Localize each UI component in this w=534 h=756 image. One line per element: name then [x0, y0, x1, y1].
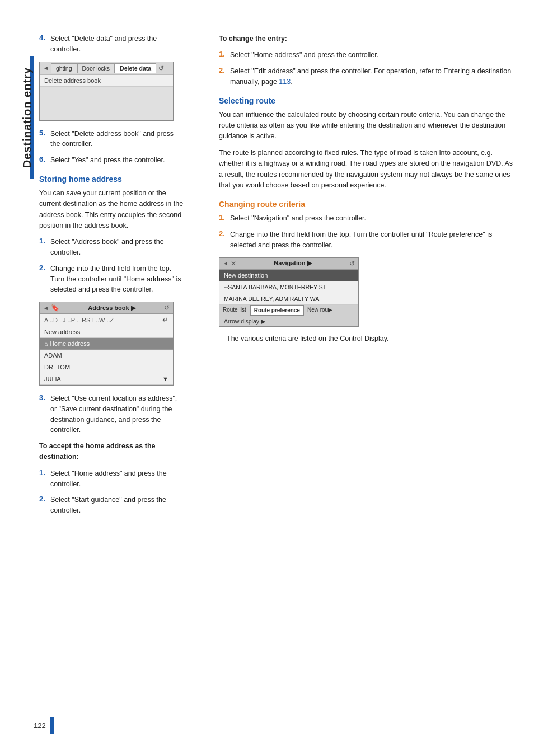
change-step-2: 2. Select "Edit address" and press the c… — [219, 66, 517, 87]
nav-route-1: ••SANTA BARBARA, MONTERREY ST — [219, 281, 358, 293]
storing-heading: Storing home address — [39, 175, 185, 184]
left-column: 4. Select "Delete data" and press the co… — [39, 34, 196, 734]
home-address-row[interactable]: ⌂ Home address — [40, 338, 173, 350]
changing-step-1-number: 1. — [219, 213, 227, 224]
nav-new-destination[interactable]: New destination — [219, 270, 358, 281]
sidebar-label: Destination entry — [18, 67, 34, 168]
address-book-header: ◄ 🔖 Address book ▶ ↺ — [40, 302, 173, 314]
main-content: 4. Select "Delete data" and press the co… — [34, 0, 534, 756]
ui-mock-navigation: ◄ ✕ Navigation ▶ ↺ New destination ••SAN… — [219, 257, 359, 327]
enter-icon: ↵ — [162, 316, 168, 324]
julia-row[interactable]: JULIA ▼ — [40, 373, 173, 385]
storing-step-1: 1. Select "Address book" and press the c… — [39, 237, 185, 258]
tab-door-locks[interactable]: Door locks — [77, 63, 115, 73]
step-6-number: 6. — [39, 155, 47, 166]
delete-refresh-icon[interactable]: ↺ — [158, 64, 164, 72]
accept-step-1: 1. Select "Home address" and press the c… — [39, 468, 185, 490]
step-5-number: 5. — [39, 129, 47, 150]
tab-ghting[interactable]: ghting — [51, 63, 77, 73]
storing-step-2-text: Change into the third field from the top… — [50, 264, 185, 295]
address-arrow-left: ◄ — [43, 305, 49, 311]
change-step-2-number: 2. — [219, 66, 227, 87]
alphabet-row: A ..D ..J ..P ...RST ..W ..Z ↵ — [40, 314, 173, 326]
julia-scroll: ▼ — [162, 375, 168, 382]
delete-arrow-left: ◄ — [43, 65, 49, 71]
storing-step-2-number: 2. — [39, 264, 47, 295]
step-4-number: 4. — [39, 34, 47, 55]
page-container: Destination entry 4. Select "Delete data… — [0, 0, 534, 756]
nav-route-1-text: SANTA BARBARA, MONTERREY ST — [228, 284, 326, 290]
ui-mock-delete: ◄ ghting Door locks Delete data ↺ Delete… — [39, 62, 174, 121]
storing-step-3: 3. Select "Use current location as addre… — [39, 393, 185, 435]
selecting-route-heading: Selecting route — [219, 96, 517, 105]
step-6: 6. Select "Yes" and press the controller… — [39, 155, 185, 166]
sidebar: Destination entry — [0, 0, 34, 756]
nav-tab-new-route[interactable]: New rou▶ — [304, 305, 336, 316]
nav-title: Navigation ▶ — [238, 260, 347, 267]
accept-step-2: 2. Select "Start guidance" and press the… — [39, 495, 185, 516]
nav-arrow-display[interactable]: Arrow display ▶ — [219, 316, 358, 326]
step-4-text: Select "Delete data" and press the contr… — [50, 34, 185, 55]
selecting-route-text2: The route is planned according to fixed … — [219, 148, 517, 191]
changing-step-2-number: 2. — [219, 229, 227, 251]
step-5-text: Select "Delete address book" and press t… — [50, 129, 185, 150]
nav-header: ◄ ✕ Navigation ▶ ↺ — [219, 258, 358, 270]
nav-refresh-icon[interactable]: ↺ — [349, 260, 355, 267]
changing-step-2: 2. Change into the third field from the … — [219, 229, 517, 251]
delete-tab-strip: ghting Door locks Delete data — [51, 63, 156, 73]
accept-step-1-number: 1. — [39, 468, 47, 490]
delete-address-book-row[interactable]: Delete address book — [40, 75, 173, 87]
nav-tabs-row: Route list Route preference New rou▶ — [219, 305, 358, 316]
julia-text: JULIA — [44, 375, 61, 382]
change-step-2-text: Select "Edit address" and press the cont… — [230, 66, 517, 87]
change-step-1-text: Select "Home address" and press the cont… — [230, 50, 378, 60]
storing-step-3-number: 3. — [39, 393, 47, 435]
page-link[interactable]: 113 — [279, 78, 291, 86]
changing-step-1: 1. Select "Navigation" and press the con… — [219, 213, 517, 224]
nav-arrow-left: ◄ — [223, 260, 228, 266]
address-book-icon: 🔖 — [51, 304, 59, 312]
nav-icon: ✕ — [231, 260, 236, 267]
change-entry-heading: To change the entry: — [219, 34, 517, 44]
tab-delete-data[interactable]: Delete data — [115, 63, 156, 73]
nav-route-2: MARINA DEL REY, ADMIRALTY WA — [219, 293, 358, 305]
delete-empty-area — [40, 87, 173, 120]
ui-mock-address-book: ◄ 🔖 Address book ▶ ↺ A ..D ..J ..P ...RS… — [39, 302, 174, 386]
storing-step-1-text: Select "Address book" and press the cont… — [50, 237, 185, 258]
alphabet-text: A ..D ..J ..P ...RST ..W ..Z — [44, 317, 114, 323]
selecting-route-text1: You can influence the calculated route b… — [219, 110, 517, 142]
accept-step-2-text: Select "Start guidance" and press the co… — [50, 495, 185, 516]
storing-step-3-text: Select "Use current location as address"… — [50, 393, 185, 435]
accept-step-2-number: 2. — [39, 495, 47, 516]
dr-tom-row[interactable]: DR. TOM — [40, 361, 173, 373]
change-step-1: 1. Select "Home address" and press the c… — [219, 50, 517, 60]
nav-tab-route-list[interactable]: Route list — [219, 305, 250, 316]
right-column: To change the entry: 1. Select "Home add… — [208, 34, 517, 734]
changing-step-2-text: Change into the third field from the top… — [230, 229, 517, 251]
address-refresh-icon[interactable]: ↺ — [164, 304, 170, 312]
page-number: 122 — [34, 721, 46, 730]
col-divider — [202, 34, 202, 734]
address-book-title: Address book ▶ — [62, 304, 162, 312]
accept-heading: To accept the home address as the destin… — [39, 441, 185, 463]
step-6-text: Select "Yes" and press the controller. — [50, 155, 165, 166]
accept-step-1-text: Select "Home address" and press the cont… — [50, 468, 185, 490]
new-address-row[interactable]: New address — [40, 326, 173, 338]
changing-step-1-text: Select "Navigation" and press the contro… — [230, 213, 366, 224]
change-step-1-number: 1. — [219, 50, 227, 60]
nav-tab-route-preference[interactable]: Route preference — [250, 305, 304, 316]
delete-tab-header: ◄ ghting Door locks Delete data ↺ — [40, 62, 173, 75]
storing-step-1-number: 1. — [39, 237, 47, 258]
step-5: 5. Select "Delete address book" and pres… — [39, 129, 185, 150]
changing-route-heading: Changing route criteria — [219, 200, 517, 209]
page-footer: 122 — [34, 717, 54, 734]
criteria-text: The various criteria are listed on the C… — [219, 334, 517, 344]
storing-step-2: 2. Change into the third field from the … — [39, 264, 185, 295]
storing-text1: You can save your current position or th… — [39, 188, 185, 232]
adam-row[interactable]: ADAM — [40, 350, 173, 361]
step-4: 4. Select "Delete data" and press the co… — [39, 34, 185, 55]
page-blue-bar — [50, 717, 54, 734]
